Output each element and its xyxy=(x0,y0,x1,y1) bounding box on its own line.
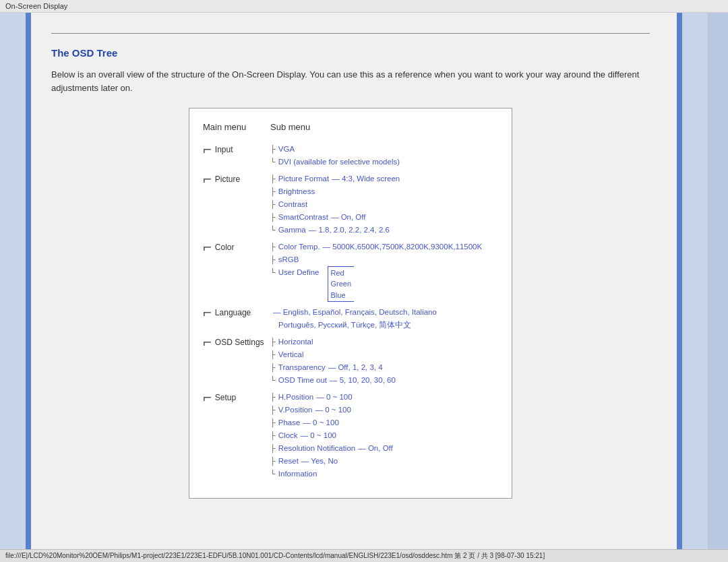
sub-item: ├ sRGB xyxy=(270,253,491,266)
left-sidebar xyxy=(0,13,26,562)
intro-text: Below is an overall view of the structur… xyxy=(51,68,650,94)
sub-item: ├ Brightness xyxy=(270,185,491,198)
tree-header-sub: Sub menu xyxy=(270,122,310,132)
left-accent xyxy=(26,13,31,562)
sub-item: ├ Vertical xyxy=(270,348,491,361)
sub-item: └ User Define RedGreenBlue xyxy=(270,266,491,303)
group-color: ⌐ Color ├ Color Temp. — 5000K,6500K,7500… xyxy=(203,241,491,302)
sub-item: — English, Español, Français, Deutsch, I… xyxy=(270,306,491,319)
group-picture: ⌐ Picture ├ Picture Format — 4:3, Wide s… xyxy=(203,173,491,237)
group-setup: ⌐ Setup ├ H.Position — 0 ~ 100 ├ V.Posit… xyxy=(203,391,491,480)
sub-items-setup: ├ H.Position — 0 ~ 100 ├ V.Position — 0 … xyxy=(270,391,491,480)
title-bar-text: On-Screen Display xyxy=(5,2,67,10)
tree-header: Main menu Sub menu xyxy=(203,122,491,132)
sub-item-phase: ├ Phase — 0 ~ 100 xyxy=(270,416,491,429)
main-label-input: ⌐ Input xyxy=(203,143,270,157)
sub-item-transparency: ├ Transparency — Off, 1, 2, 3, 4 xyxy=(270,361,491,374)
sub-item: ├ Color Temp. — 5000K,6500K,7500K,8200K,… xyxy=(270,241,491,253)
tree-header-main: Main menu xyxy=(203,122,270,132)
sub-item: ├ VGA xyxy=(270,143,491,156)
main-label-language: ⌐ Language xyxy=(203,306,270,320)
section-title: The OSD Tree xyxy=(51,47,650,59)
sub-item: ├ Picture Format — 4:3, Wide screen xyxy=(270,173,491,185)
right-accent xyxy=(677,13,682,562)
sub-item: ├ Resolution Notification — On, Off xyxy=(270,442,491,455)
status-bar-text: file:///E|/LCD%20Monitor%20OEM/Philips/M… xyxy=(5,552,545,559)
main-label-color: ⌐ Color xyxy=(203,241,270,255)
sub-items-picture: ├ Picture Format — 4:3, Wide screen ├ Br… xyxy=(270,173,491,237)
sub-item: ├ V.Position — 0 ~ 100 xyxy=(270,404,491,416)
tree-body: ⌐ Input ├ VGA └ DVI (available for selec… xyxy=(203,143,491,480)
sub-item: ├ H.Position — 0 ~ 100 xyxy=(270,391,491,404)
sub-item: ├ Horizontal xyxy=(270,336,491,348)
far-right xyxy=(708,13,728,562)
main-label-osd-settings: ⌐ OSD Settings xyxy=(203,336,270,350)
sub-item: ├ SmartContrast — On, Off xyxy=(270,211,491,224)
group-language: ⌐ Language — English, Español, Français,… xyxy=(203,306,491,332)
right-sidebar xyxy=(682,13,708,562)
status-bar: file:///E|/LCD%20Monitor%20OEM/Philips/M… xyxy=(0,549,728,562)
sub-items-input: ├ VGA └ DVI (available for selective mod… xyxy=(270,143,491,168)
top-divider xyxy=(51,33,650,34)
sub-items-language: — English, Español, Français, Deutsch, I… xyxy=(270,306,491,332)
osd-tree-container: Main menu Sub menu ⌐ Input ├ VGA xyxy=(189,108,512,499)
sub-items-osd-settings: ├ Horizontal ├ Vertical ├ Transparency —… xyxy=(270,336,491,387)
sub-item: ├ Contrast xyxy=(270,198,491,211)
main-content: The OSD Tree Below is an overall view of… xyxy=(31,13,677,562)
title-bar: On-Screen Display xyxy=(0,0,728,13)
sub-item-information: └ Information xyxy=(270,468,491,480)
sub-item-clock: ├ Clock — 0 ~ 100 xyxy=(270,429,491,442)
main-label-picture: ⌐ Picture xyxy=(203,173,270,187)
sub-item: └ Gamma — 1.8, 2.0, 2.2, 2.4, 2.6 xyxy=(270,224,491,237)
group-osd-settings: ⌐ OSD Settings ├ Horizontal ├ Vertical xyxy=(203,336,491,387)
sub-item: └ DVI (available for selective models) xyxy=(270,156,491,168)
sub-item: ├ Reset — Yes, No xyxy=(270,455,491,468)
sub-item: Português, Русский, Türkçe, 简体中文 xyxy=(270,319,491,332)
main-label-setup: ⌐ Setup xyxy=(203,391,270,405)
group-input: ⌐ Input ├ VGA └ DVI (available for selec… xyxy=(203,143,491,168)
sub-item: └ OSD Time out — 5, 10, 20, 30, 60 xyxy=(270,374,491,387)
sub-items-color: ├ Color Temp. — 5000K,6500K,7500K,8200K,… xyxy=(270,241,491,302)
